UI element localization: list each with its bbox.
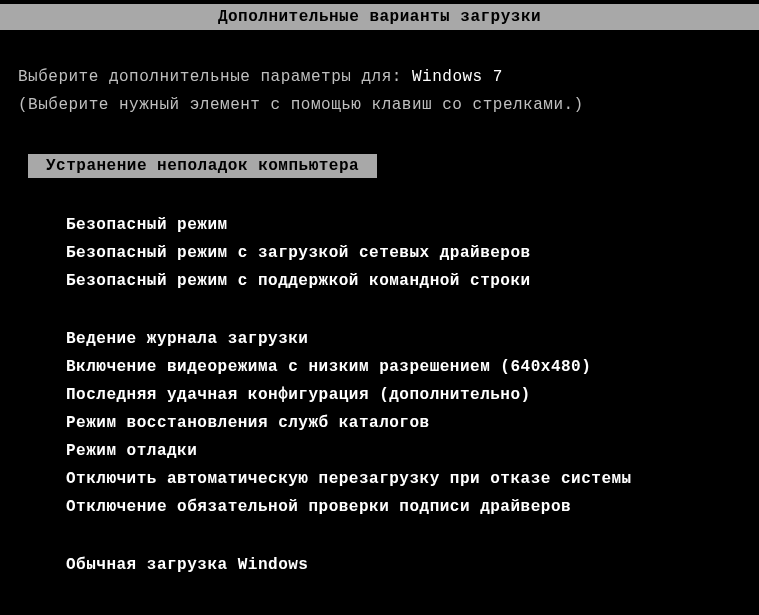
menu-item-start-normally[interactable]: Обычная загрузка Windows	[66, 556, 741, 574]
menu-item-low-res-video[interactable]: Включение видеорежима с низким разрешени…	[66, 358, 741, 376]
menu-item-disable-driver-signature[interactable]: Отключение обязательной проверки подписи…	[66, 498, 741, 516]
menu-item-safe-mode-networking[interactable]: Безопасный режим с загрузкой сетевых дра…	[66, 244, 741, 262]
menu-item-directory-services-restore[interactable]: Режим восстановления служб каталогов	[66, 414, 741, 432]
menu-item-disable-auto-restart[interactable]: Отключить автоматическую перезагрузку пр…	[66, 470, 741, 488]
boot-options-menu[interactable]: Устранение неполадок компьютера Безопасн…	[28, 154, 741, 574]
spacer	[28, 300, 741, 330]
menu-item-safe-mode-command[interactable]: Безопасный режим с поддержкой командной …	[66, 272, 741, 290]
prompt-prefix: Выберите дополнительные параметры для:	[18, 68, 412, 86]
menu-item-debugging-mode[interactable]: Режим отладки	[66, 442, 741, 460]
title-bar: Дополнительные варианты загрузки	[0, 4, 759, 30]
os-name: Windows 7	[412, 68, 503, 86]
title-text: Дополнительные варианты загрузки	[218, 8, 541, 26]
spacer	[28, 526, 741, 556]
menu-item-safe-mode[interactable]: Безопасный режим	[66, 216, 741, 234]
content-area: Выберите дополнительные параметры для: W…	[0, 68, 759, 574]
hint-line: (Выберите нужный элемент с помощью клави…	[18, 96, 741, 114]
menu-item-boot-logging[interactable]: Ведение журнала загрузки	[66, 330, 741, 348]
prompt-line: Выберите дополнительные параметры для: W…	[18, 68, 741, 86]
menu-item-repair[interactable]: Устранение неполадок компьютера	[28, 154, 377, 178]
menu-item-last-known-good[interactable]: Последняя удачная конфигурация (дополнит…	[66, 386, 741, 404]
